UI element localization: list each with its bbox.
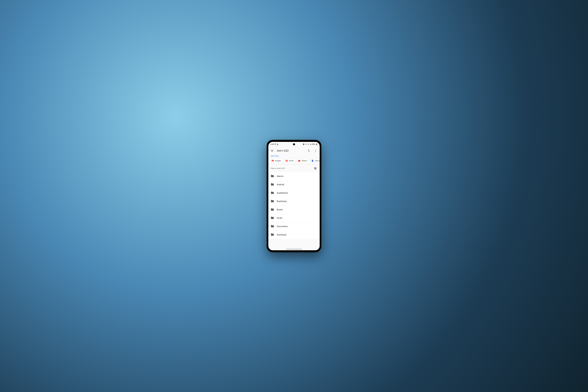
folder-row[interactable]: Alarms (268, 172, 320, 180)
headphones-icon (285, 160, 288, 162)
battery-icon (316, 143, 318, 145)
folder-row[interactable]: Download (268, 230, 320, 239)
location-icon (305, 143, 307, 145)
filter-chip-audio[interactable]: Audio (284, 158, 295, 163)
folder-icon (271, 233, 274, 236)
svg-rect-8 (298, 160, 300, 162)
chip-label: Documents (315, 160, 320, 162)
grid-icon (314, 167, 317, 170)
breadcrumb: Joe's S22 (268, 154, 320, 158)
page-title: Joe's S22 (276, 149, 305, 152)
clapperboard-icon (298, 160, 300, 162)
document-icon (311, 160, 314, 162)
more-vert-icon (314, 149, 317, 152)
svg-point-4 (272, 160, 272, 160)
folder-icon (271, 174, 274, 178)
chip-label: Images (275, 160, 281, 162)
svg-rect-5 (286, 160, 288, 162)
folder-row[interactable]: Backdrops (268, 197, 320, 205)
signal-icon (310, 143, 311, 145)
folder-icon (271, 200, 274, 203)
chip-label: Audio (289, 160, 294, 162)
folder-icon (271, 224, 274, 228)
svg-point-0 (315, 149, 316, 150)
folder-label: Alarms (277, 175, 283, 177)
folder-label: Documents (277, 225, 288, 228)
folder-label: DCIM (277, 217, 282, 219)
folder-row[interactable]: Books (268, 205, 320, 214)
chip-label: Videos (301, 160, 307, 162)
status-time: 4:46 (270, 143, 274, 145)
section-title: Files on Joe's S22 (271, 168, 285, 170)
folder-list: Alarms Android Audiobooks Backdrops (268, 172, 320, 239)
vibrate-icon (303, 143, 305, 145)
folder-label: Audiobooks (277, 192, 288, 194)
folder-row[interactable]: Documents (268, 222, 320, 230)
notification-icon (274, 143, 276, 145)
overflow-menu-button[interactable] (312, 148, 319, 154)
svg-rect-7 (287, 161, 287, 161)
gesture-nav-bar[interactable] (286, 249, 302, 250)
section-header: Files on Joe's S22 (268, 165, 320, 172)
lock-icon (277, 143, 279, 145)
folder-label: Books (277, 208, 283, 211)
svg-rect-6 (286, 161, 286, 161)
search-button[interactable] (306, 148, 312, 154)
phone-screen: 4:46 95% Joe's S22 (268, 142, 320, 250)
folder-label: Backdrops (277, 200, 287, 202)
image-icon (271, 160, 274, 162)
search-icon (307, 149, 310, 152)
filter-chip-videos[interactable]: Videos (297, 158, 309, 163)
folder-label: Android (277, 183, 284, 186)
hamburger-icon (270, 149, 274, 152)
hamburger-menu-button[interactable] (269, 148, 275, 154)
folder-row[interactable]: Android (268, 180, 320, 188)
wifi-icon (307, 143, 309, 145)
filter-chip-images[interactable]: Images (270, 158, 283, 163)
breadcrumb-root[interactable]: Joe's S22 (271, 155, 279, 157)
filter-chip-row[interactable]: Images Audio Videos (268, 158, 320, 164)
svg-point-1 (315, 150, 316, 151)
folder-label: Download (277, 234, 286, 236)
folder-icon (271, 191, 274, 194)
folder-row[interactable]: Audiobooks (268, 188, 320, 197)
app-bar: Joe's S22 (268, 147, 320, 154)
folder-icon (271, 208, 274, 211)
camera-hole (293, 143, 295, 145)
grid-view-toggle[interactable] (313, 166, 318, 171)
folder-icon (271, 216, 274, 220)
svg-point-2 (315, 151, 316, 152)
phone-frame: 4:46 95% Joe's S22 (267, 140, 321, 252)
folder-row[interactable]: DCIM (268, 214, 320, 222)
battery-percent: 95% (312, 143, 315, 145)
folder-icon (271, 183, 274, 186)
filter-chip-documents[interactable]: Documents (310, 158, 320, 163)
